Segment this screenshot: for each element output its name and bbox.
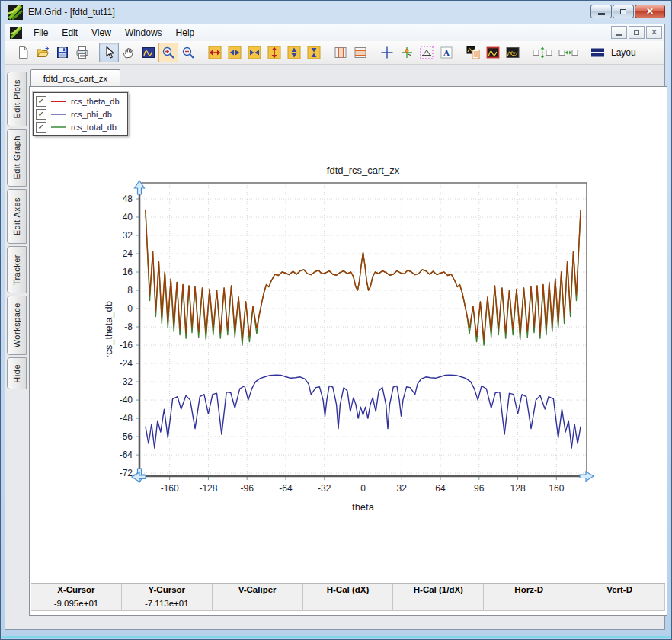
x-tick-label: 0 bbox=[360, 483, 366, 494]
plot-panel: -160-128-96-64-3203264961281604840322416… bbox=[29, 86, 667, 616]
gridlines-vertical-icon bbox=[334, 46, 347, 59]
y-tick-label: -56 bbox=[120, 431, 133, 442]
minimize-button[interactable] bbox=[590, 5, 612, 18]
gridlines-horizontal-button[interactable] bbox=[350, 43, 370, 62]
x-axis-right-handle[interactable] bbox=[580, 472, 594, 482]
h-arrows-out-button[interactable] bbox=[225, 43, 245, 62]
align-vertical-button[interactable] bbox=[530, 43, 555, 62]
open-file-icon bbox=[36, 46, 50, 59]
y-tick-label: 16 bbox=[123, 267, 133, 277]
align-horizontal-button[interactable] bbox=[555, 43, 581, 62]
x-tick-label: -128 bbox=[199, 483, 217, 494]
save-file-button[interactable] bbox=[53, 43, 72, 62]
app-window: EM.Grid - [fdtd_tut11] ✕ File Edit View … bbox=[0, 0, 672, 640]
mdi-restore-button[interactable] bbox=[629, 26, 645, 39]
print-button[interactable] bbox=[72, 43, 92, 62]
v-expand-button[interactable] bbox=[264, 43, 284, 62]
align-vertical-icon bbox=[533, 46, 552, 59]
x-tick-label: 96 bbox=[474, 483, 485, 494]
value-horz-d bbox=[484, 597, 574, 611]
mdi-close-button[interactable]: ✕ bbox=[646, 26, 662, 39]
x-tick-label: -160 bbox=[161, 483, 179, 494]
plot-red-frame-button[interactable] bbox=[483, 43, 503, 62]
gridlines-horizontal-icon bbox=[354, 46, 367, 59]
sidebar-tab-edit-plots[interactable]: Edit Plots bbox=[7, 72, 27, 126]
print-icon bbox=[75, 46, 89, 59]
window-title: EM.Grid - [fdtd_tut11] bbox=[28, 1, 115, 24]
layout-button[interactable] bbox=[588, 43, 608, 62]
v-expand-icon bbox=[267, 46, 281, 59]
cursor-readout-table: X-Cursor Y-Cursor V-Caliper H-Cal (dX) H… bbox=[31, 583, 665, 611]
menu-help[interactable]: Help bbox=[169, 24, 202, 41]
tab-fdtd-rcs-cart-zx[interactable]: fdtd_rcs_cart_zx bbox=[30, 69, 120, 87]
value-x-cursor: -9.095e+01 bbox=[31, 597, 122, 611]
col-v-caliper: V-Caliper bbox=[213, 584, 303, 597]
svg-text:A: A bbox=[443, 48, 450, 57]
value-vert-d bbox=[574, 597, 665, 611]
plot-report-button[interactable] bbox=[463, 43, 483, 62]
menu-view[interactable]: View bbox=[85, 24, 118, 41]
y-axis-label: rcs_theta_db bbox=[103, 301, 114, 358]
crosshair-icon bbox=[380, 46, 394, 59]
pan-hand-button[interactable] bbox=[119, 43, 139, 62]
v-arrows-in-button[interactable] bbox=[304, 43, 324, 62]
title-bar: EM.Grid - [fdtd_tut11] ✕ bbox=[1, 1, 671, 24]
col-horz-d: Horz-D bbox=[484, 584, 574, 597]
v-arrows-out-button[interactable] bbox=[284, 43, 304, 62]
document-logo-icon bbox=[10, 27, 22, 39]
value-h-cal-dx bbox=[303, 597, 394, 611]
client-area: File Edit View Windows Help ✕ ALayou Edi… bbox=[5, 24, 665, 630]
plot-overlay-button[interactable] bbox=[503, 43, 523, 62]
caliper-icon bbox=[420, 46, 434, 59]
layout-icon bbox=[590, 46, 606, 59]
tracker-button[interactable] bbox=[397, 43, 417, 62]
legend-item-rcs-phi-db: ✓ rcs_phi_db bbox=[36, 107, 120, 120]
select-arrow-button[interactable] bbox=[99, 43, 119, 62]
x-tick-label: 128 bbox=[510, 483, 526, 494]
legend-checkbox-rcs-phi-db[interactable]: ✓ bbox=[36, 109, 46, 120]
crosshair-button[interactable] bbox=[377, 43, 397, 62]
y-tick-label: -72 bbox=[120, 468, 133, 478]
h-arrows-in-button[interactable] bbox=[245, 43, 264, 62]
restore-button[interactable] bbox=[613, 5, 634, 18]
x-tick-label: 32 bbox=[397, 483, 408, 494]
x-axis-label: theta bbox=[352, 501, 375, 513]
menu-edit[interactable]: Edit bbox=[55, 24, 85, 41]
plot-report-icon bbox=[466, 46, 480, 59]
y-tick-label: -48 bbox=[120, 413, 133, 424]
sidebar-tab-edit-graph[interactable]: Edit Graph bbox=[7, 129, 27, 187]
zoom-out-icon bbox=[181, 46, 195, 59]
col-x-cursor: X-Cursor bbox=[31, 584, 122, 597]
plot-window-button[interactable] bbox=[139, 43, 158, 62]
sidebar-tab-edit-axes[interactable]: Edit Axes bbox=[7, 189, 27, 244]
y-tick-label: -16 bbox=[120, 340, 133, 350]
zoom-in-button[interactable] bbox=[158, 43, 178, 62]
legend-checkbox-rcs-total-db[interactable]: ✓ bbox=[36, 122, 46, 133]
sidebar-tab-tracker[interactable]: Tracker bbox=[7, 246, 27, 293]
open-file-button[interactable] bbox=[33, 43, 53, 62]
y-tick-label: 40 bbox=[123, 212, 133, 222]
col-h-cal-dx: H-Cal (dX) bbox=[303, 584, 394, 597]
x-tick-label: 64 bbox=[435, 483, 446, 494]
readout-header-row: X-Cursor Y-Cursor V-Caliper H-Cal (dX) H… bbox=[31, 584, 665, 597]
legend: ✓ rcs_theta_db ✓ rcs_phi_db ✓ rcs_total_… bbox=[33, 92, 128, 136]
app-logo-icon bbox=[8, 5, 23, 20]
gridlines-vertical-button[interactable] bbox=[331, 43, 350, 62]
legend-checkbox-rcs-theta-db[interactable]: ✓ bbox=[36, 96, 46, 107]
chart-area[interactable]: -160-128-96-64-3203264961281604840322416… bbox=[30, 87, 667, 615]
new-file-button[interactable] bbox=[13, 43, 33, 62]
close-button[interactable]: ✕ bbox=[635, 5, 665, 18]
mdi-minimize-button[interactable] bbox=[611, 26, 627, 39]
h-expand-button[interactable] bbox=[205, 43, 225, 62]
chart-title: fdtd_rcs_cart_zx bbox=[327, 165, 400, 176]
sidebar-tab-hide[interactable]: Hide bbox=[7, 357, 27, 389]
zoom-out-button[interactable] bbox=[178, 43, 198, 62]
menu-windows[interactable]: Windows bbox=[118, 24, 169, 41]
h-arrows-out-icon bbox=[228, 46, 242, 59]
text-annotation-button[interactable]: A bbox=[437, 43, 456, 62]
menu-bar: File Edit View Windows Help ✕ bbox=[5, 24, 664, 42]
x-axis-left-handle[interactable] bbox=[132, 472, 146, 482]
menu-file[interactable]: File bbox=[27, 24, 55, 41]
caliper-button[interactable] bbox=[417, 43, 437, 62]
sidebar-tab-workspace[interactable]: Workspace bbox=[7, 296, 27, 355]
